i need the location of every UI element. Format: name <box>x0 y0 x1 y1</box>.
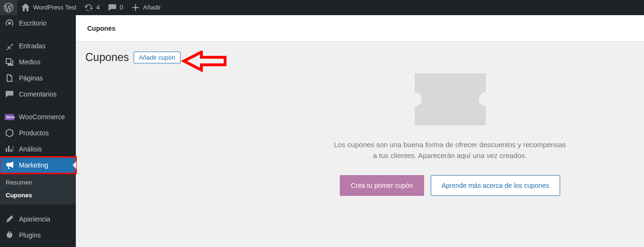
empty-state-buttons: Crea tu primer cupón Aprende más acerca … <box>332 175 569 196</box>
content-area: Cupones Cupones Añadir cupón Los cupones… <box>76 15 644 247</box>
media-icon <box>5 57 14 67</box>
updates-menu[interactable]: 4 <box>80 0 103 15</box>
plus-icon <box>131 3 140 12</box>
menu-woocommerce-label: WooCommerce <box>19 113 65 121</box>
menu-comments[interactable]: Comentarios <box>0 86 76 102</box>
menu-marketing[interactable]: Marketing <box>0 157 76 173</box>
menu-plugins-label: Plugins <box>19 231 41 239</box>
admin-menu: Escritorio Entradas Medios Páginas Comen… <box>0 15 76 247</box>
menu-products-label: Productos <box>19 129 49 137</box>
menu-analytics[interactable]: Análisis <box>0 141 76 157</box>
appearance-icon <box>5 214 14 224</box>
empty-state-text: Los cupones son una buena forma de ofrec… <box>332 140 569 161</box>
updates-count: 4 <box>96 0 100 15</box>
menu-pages[interactable]: Páginas <box>0 70 76 86</box>
menu-media[interactable]: Medios <box>0 54 76 70</box>
comments-icon <box>5 89 14 99</box>
menu-products[interactable]: Productos <box>0 125 76 141</box>
marketing-submenu: Resumen Cupones <box>0 173 76 204</box>
megaphone-icon <box>5 160 14 170</box>
page-body: Cupones Añadir cupón Los cupones son una… <box>76 42 644 196</box>
comments-menu[interactable]: 0 <box>104 0 127 15</box>
menu-posts-label: Entradas <box>19 42 45 50</box>
menu-separator <box>0 102 76 109</box>
menu-separator <box>0 31 76 38</box>
dashboard-icon <box>5 18 14 28</box>
menu-media-label: Medios <box>19 58 40 66</box>
breadcrumb-label: Cupones <box>87 25 116 32</box>
add-new-label: Añadir <box>143 0 161 15</box>
menu-comments-label: Comentarios <box>19 90 56 98</box>
menu-appearance-label: Apariencia <box>19 215 50 223</box>
menu-separator <box>0 204 76 211</box>
pin-icon <box>5 41 14 51</box>
empty-state: Los cupones son una buena forma de ofrec… <box>332 73 569 196</box>
add-new-menu[interactable]: Añadir <box>127 0 165 15</box>
menu-analytics-label: Análisis <box>19 145 42 153</box>
breadcrumb: Cupones <box>76 15 644 42</box>
site-name-menu[interactable]: WordPress Test <box>17 0 80 15</box>
menu-appearance[interactable]: Apariencia <box>0 211 76 227</box>
plugins-icon <box>5 230 14 240</box>
create-first-coupon-button[interactable]: Crea tu primer cupón <box>340 175 424 196</box>
learn-more-button[interactable]: Aprende más acerca de los cupones <box>431 175 560 196</box>
comments-count: 0 <box>120 0 123 15</box>
add-coupon-button[interactable]: Añadir cupón <box>134 52 181 63</box>
menu-dashboard-label: Escritorio <box>19 19 46 27</box>
page-title: Cupones <box>85 51 129 64</box>
update-icon <box>84 3 93 12</box>
submenu-coupons[interactable]: Cupones <box>0 189 76 202</box>
wp-logo-menu[interactable] <box>0 0 17 15</box>
submenu-overview[interactable]: Resumen <box>0 176 76 189</box>
admin-bar: WordPress Test 4 0 Añadir <box>0 0 644 15</box>
menu-plugins[interactable]: Plugins <box>0 227 76 243</box>
coupon-ticket-icon <box>415 73 486 125</box>
page-icon <box>5 73 14 83</box>
woocommerce-icon: Woo <box>5 114 14 120</box>
wordpress-icon <box>4 3 13 12</box>
menu-woocommerce[interactable]: Woo WooCommerce <box>0 109 76 125</box>
site-name-label: WordPress Test <box>33 0 76 15</box>
menu-pages-label: Páginas <box>19 74 43 82</box>
comment-icon <box>108 3 117 12</box>
analytics-icon <box>5 144 14 154</box>
products-icon <box>5 128 14 138</box>
menu-dashboard[interactable]: Escritorio <box>0 15 76 31</box>
page-heading-row: Cupones Añadir cupón <box>85 51 635 64</box>
menu-posts[interactable]: Entradas <box>0 38 76 54</box>
home-icon <box>21 3 30 12</box>
menu-marketing-label: Marketing <box>19 161 48 169</box>
